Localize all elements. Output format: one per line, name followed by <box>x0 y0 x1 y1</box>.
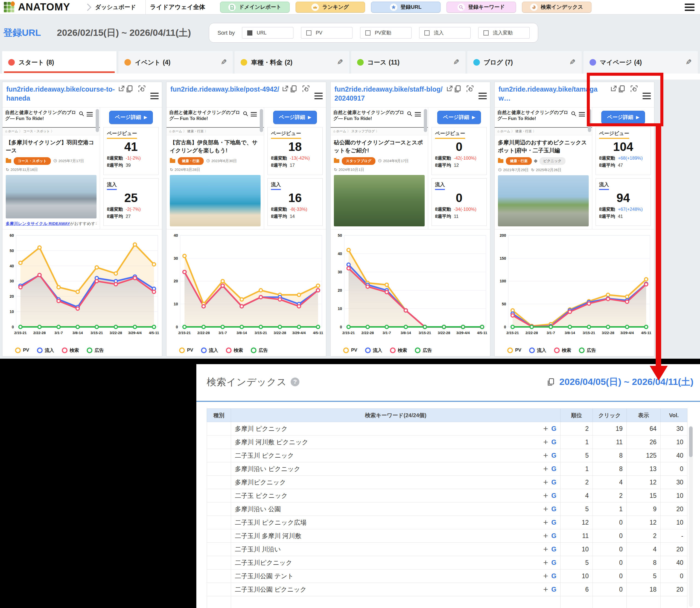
google-link[interactable]: G <box>551 438 556 446</box>
sort-option-pv[interactable]: PV <box>301 27 353 39</box>
table-row: 多摩川沿い 公園+G51920 <box>207 502 687 516</box>
add-keyword-button[interactable]: + <box>543 505 548 513</box>
external-link-icon[interactable] <box>118 85 125 92</box>
card-url-link[interactable]: fun2ride.rideaway.bike/post-4942/ <box>170 85 279 107</box>
preview-footer-link[interactable]: 多摩川レンタサイクル RIDEAWAY <box>6 221 70 226</box>
page-detail-button[interactable]: ページ詳細▶ <box>437 111 481 124</box>
page-detail-button[interactable]: ページ詳細▶ <box>109 111 153 124</box>
copy-icon[interactable] <box>546 378 555 386</box>
click-hand-icon[interactable] <box>138 85 146 93</box>
published-date-text: 2025年7月17日 <box>58 158 84 164</box>
copy-icon[interactable] <box>289 85 298 93</box>
add-keyword-button[interactable]: + <box>543 478 548 486</box>
nav-ranking-button[interactable]: ランキング <box>296 2 365 13</box>
copy-icon[interactable] <box>453 85 461 93</box>
checkbox-icon[interactable] <box>484 30 489 36</box>
sort-option-流入[interactable]: 流入 <box>419 27 471 39</box>
google-link[interactable]: G <box>551 478 556 486</box>
tab-blog[interactable]: ブログ(7)✎ <box>467 51 582 74</box>
keyword-cell: 二子玉川 川沿い+G <box>231 543 561 556</box>
card-menu-icon[interactable] <box>478 85 487 107</box>
add-keyword-button[interactable]: + <box>543 585 548 593</box>
tab-start[interactable]: スタート(8) <box>2 51 116 74</box>
breadcrumb-dashboard[interactable]: ダッシュボード <box>92 3 146 11</box>
external-link-icon[interactable] <box>446 85 453 92</box>
google-link[interactable]: G <box>551 586 556 593</box>
external-link-icon[interactable] <box>281 85 289 92</box>
google-link[interactable]: G <box>551 545 556 553</box>
article-title: 多摩川周辺のおすすめピクニックスポット|府中・二子玉川編 <box>498 139 589 154</box>
add-keyword-button[interactable]: + <box>543 424 548 433</box>
google-link[interactable]: G <box>551 465 556 473</box>
add-keyword-button[interactable]: + <box>543 518 548 527</box>
card-url-link[interactable]: fun2ride.rideaway.bike/course-to-haneda <box>6 85 115 107</box>
add-keyword-button[interactable]: + <box>543 558 548 567</box>
svg-text:3/8-14: 3/8-14 <box>73 331 83 335</box>
tab-event[interactable]: イベント(4)✎ <box>118 51 233 74</box>
checkbox-checked-icon[interactable] <box>247 30 252 36</box>
click-hand-icon[interactable] <box>466 85 474 93</box>
card-url-link[interactable]: fun2ride.rideaway.bike/staff-blog/202409… <box>335 85 443 107</box>
chevron-right-icon <box>84 3 91 11</box>
edit-pencil-icon[interactable]: ✎ <box>453 58 459 67</box>
keyword-wrap: 二子玉川ピクニック+G <box>235 558 556 567</box>
sort-option-label: URL <box>257 30 267 36</box>
tab-course[interactable]: コース(11)✎ <box>351 51 466 74</box>
tab-count: (4) <box>163 59 170 66</box>
nav-domain-report-button[interactable]: ドメインレポート <box>220 2 289 13</box>
add-keyword-button[interactable]: + <box>543 532 548 540</box>
keyword-wrap: 二子玉川 川沿い+G <box>235 545 556 554</box>
sort-option-url[interactable]: URL <box>242 27 294 39</box>
checkbox-icon[interactable] <box>424 30 430 36</box>
card-menu-icon[interactable] <box>315 85 323 107</box>
keyword-cell: 多摩川 河川敷 ピクニック+G <box>231 436 561 449</box>
edit-pencil-icon[interactable]: ✎ <box>569 58 575 67</box>
tab-mypage[interactable]: マイページ(4)✎ <box>584 51 698 74</box>
impressions-cell: 26 <box>627 436 661 449</box>
avg-label: 8週平均 <box>435 163 451 168</box>
page-detail-button[interactable]: ページ詳細▶ <box>273 111 317 124</box>
google-link[interactable]: G <box>551 452 556 459</box>
google-link[interactable]: G <box>551 425 556 433</box>
add-keyword-button[interactable]: + <box>543 438 548 446</box>
table-scrollbar[interactable] <box>689 426 693 607</box>
google-link[interactable]: G <box>551 505 556 513</box>
app-logo[interactable]: ANATOMY <box>0 1 75 13</box>
edit-pencil-icon[interactable]: ✎ <box>685 58 692 67</box>
inflow-stat-avg-row: 8週平均14 <box>271 213 319 220</box>
legend-label: 検索 <box>234 347 243 354</box>
google-link[interactable]: G <box>551 572 556 580</box>
add-keyword-button[interactable]: + <box>543 492 548 500</box>
impressions-cell: 9 <box>627 502 661 516</box>
add-keyword-button[interactable]: + <box>543 572 548 580</box>
tab-vehicle-fee[interactable]: 車種・料金(2)✎ <box>234 51 349 74</box>
google-link[interactable]: G <box>551 519 556 526</box>
checkbox-icon[interactable] <box>306 30 311 36</box>
google-link[interactable]: G <box>551 559 556 567</box>
copy-icon[interactable] <box>125 85 133 93</box>
google-link[interactable]: G <box>551 532 556 540</box>
sort-option-流入変動[interactable]: 流入変動 <box>478 27 530 39</box>
nav-registered-keyword-button[interactable]: 登録キーワード <box>447 2 516 13</box>
help-icon[interactable]: ? <box>291 378 299 386</box>
edit-pencil-icon[interactable]: ✎ <box>337 58 343 67</box>
sort-option-pv変動[interactable]: PV変動 <box>360 27 412 39</box>
nav-search-index-button[interactable]: 検索インデックス <box>522 2 591 13</box>
clicks-cell: 11 <box>593 436 627 449</box>
checkbox-icon[interactable] <box>365 30 371 36</box>
add-keyword-button[interactable]: + <box>543 465 548 473</box>
search-index-date-link[interactable]: 2026/04/05(日) ~ 2026/04/11(土) <box>560 376 694 388</box>
table-header-row: 種別検索キーワード(24/24個)順位クリック表示Vol. <box>207 409 687 422</box>
google-link[interactable]: G <box>551 492 556 499</box>
click-hand-icon[interactable] <box>302 85 310 93</box>
add-keyword-button[interactable]: + <box>543 451 548 459</box>
edit-pencil-icon[interactable]: ✎ <box>221 58 227 67</box>
nav-registered-url-button[interactable]: 登録URL <box>371 2 440 13</box>
pageview-stat: ページビュー08週変動-42(-100%)8週平均12 <box>432 127 487 175</box>
add-keyword-button[interactable]: + <box>543 545 548 553</box>
card-menu-icon[interactable] <box>150 85 158 107</box>
date-range[interactable]: 2026/02/15(日) ~ 2026/04/11(土) <box>57 26 191 39</box>
pageview-stat: ページビュー188週変動-13(-42%)8週平均17 <box>267 127 323 175</box>
updated-date-text: 2025年2月26日 <box>536 168 561 172</box>
menu-icon[interactable] <box>685 3 695 11</box>
